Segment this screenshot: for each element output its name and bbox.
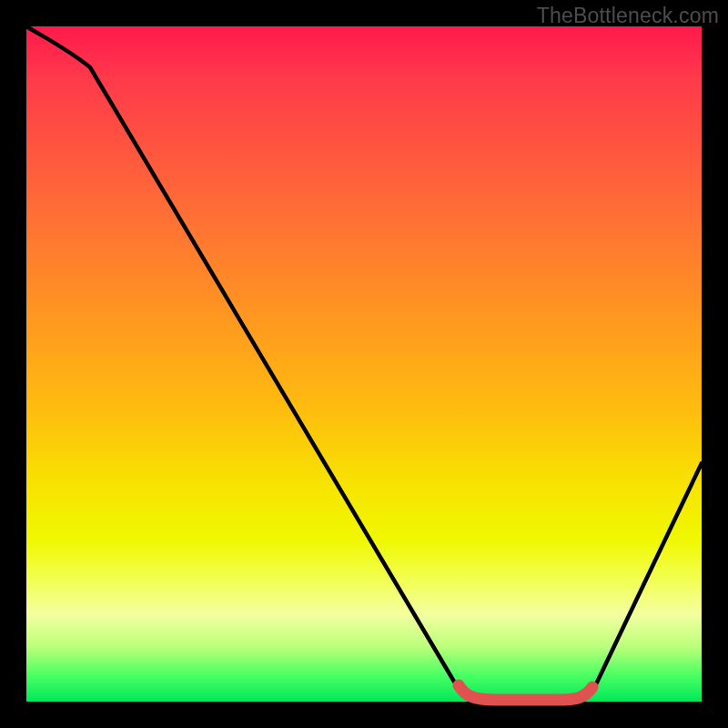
bottleneck-curve	[26, 26, 702, 702]
curve-path	[26, 26, 702, 702]
watermark-text: TheBottleneck.com	[537, 4, 719, 28]
chart-frame: TheBottleneck.com	[0, 0, 728, 728]
plot-area	[26, 26, 702, 702]
optimal-range-marker	[459, 685, 592, 700]
